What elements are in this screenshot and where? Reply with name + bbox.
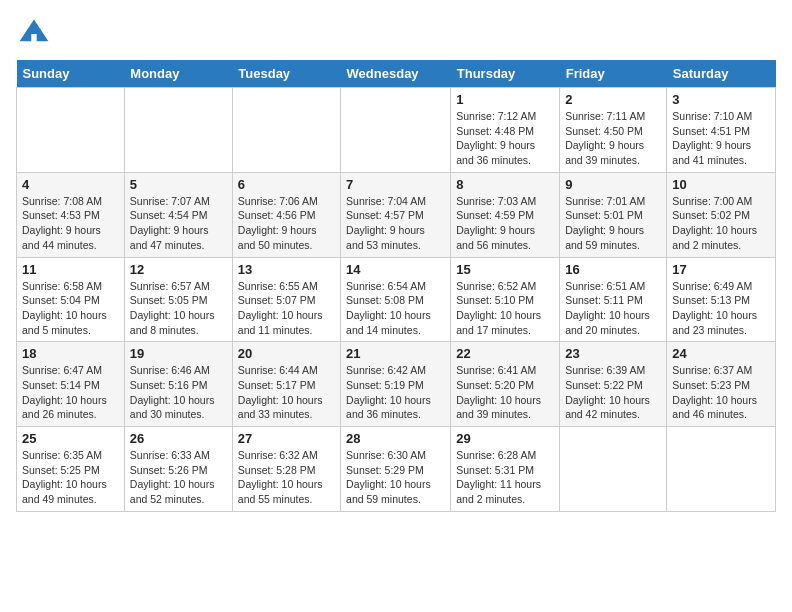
day-number: 8	[456, 177, 554, 192]
day-number: 4	[22, 177, 119, 192]
day-info: Sunrise: 6:49 AM Sunset: 5:13 PM Dayligh…	[672, 280, 757, 336]
calendar-cell: 25Sunrise: 6:35 AM Sunset: 5:25 PM Dayli…	[17, 427, 125, 512]
day-info: Sunrise: 7:07 AM Sunset: 4:54 PM Dayligh…	[130, 195, 210, 251]
day-info: Sunrise: 6:57 AM Sunset: 5:05 PM Dayligh…	[130, 280, 215, 336]
svg-rect-1	[31, 34, 36, 43]
day-header-friday: Friday	[560, 60, 667, 88]
calendar-cell: 3Sunrise: 7:10 AM Sunset: 4:51 PM Daylig…	[667, 88, 776, 173]
day-header-sunday: Sunday	[17, 60, 125, 88]
day-number: 27	[238, 431, 335, 446]
calendar-cell	[232, 88, 340, 173]
calendar-cell: 14Sunrise: 6:54 AM Sunset: 5:08 PM Dayli…	[341, 257, 451, 342]
day-info: Sunrise: 6:46 AM Sunset: 5:16 PM Dayligh…	[130, 364, 215, 420]
day-number: 5	[130, 177, 227, 192]
calendar-cell: 27Sunrise: 6:32 AM Sunset: 5:28 PM Dayli…	[232, 427, 340, 512]
day-info: Sunrise: 6:47 AM Sunset: 5:14 PM Dayligh…	[22, 364, 107, 420]
day-number: 10	[672, 177, 770, 192]
day-info: Sunrise: 6:52 AM Sunset: 5:10 PM Dayligh…	[456, 280, 541, 336]
calendar-header-row: SundayMondayTuesdayWednesdayThursdayFrid…	[17, 60, 776, 88]
day-header-saturday: Saturday	[667, 60, 776, 88]
calendar-cell: 13Sunrise: 6:55 AM Sunset: 5:07 PM Dayli…	[232, 257, 340, 342]
day-info: Sunrise: 7:12 AM Sunset: 4:48 PM Dayligh…	[456, 110, 536, 166]
day-info: Sunrise: 7:03 AM Sunset: 4:59 PM Dayligh…	[456, 195, 536, 251]
day-number: 18	[22, 346, 119, 361]
day-number: 11	[22, 262, 119, 277]
calendar-cell: 28Sunrise: 6:30 AM Sunset: 5:29 PM Dayli…	[341, 427, 451, 512]
day-number: 21	[346, 346, 445, 361]
calendar-cell: 12Sunrise: 6:57 AM Sunset: 5:05 PM Dayli…	[124, 257, 232, 342]
day-info: Sunrise: 6:41 AM Sunset: 5:20 PM Dayligh…	[456, 364, 541, 420]
calendar-cell: 7Sunrise: 7:04 AM Sunset: 4:57 PM Daylig…	[341, 172, 451, 257]
calendar-week-2: 4Sunrise: 7:08 AM Sunset: 4:53 PM Daylig…	[17, 172, 776, 257]
day-number: 15	[456, 262, 554, 277]
page-header	[16, 16, 776, 52]
calendar-cell: 16Sunrise: 6:51 AM Sunset: 5:11 PM Dayli…	[560, 257, 667, 342]
calendar-cell: 5Sunrise: 7:07 AM Sunset: 4:54 PM Daylig…	[124, 172, 232, 257]
day-number: 17	[672, 262, 770, 277]
day-info: Sunrise: 7:00 AM Sunset: 5:02 PM Dayligh…	[672, 195, 757, 251]
day-number: 26	[130, 431, 227, 446]
day-info: Sunrise: 7:04 AM Sunset: 4:57 PM Dayligh…	[346, 195, 426, 251]
logo-icon	[16, 16, 52, 52]
day-number: 13	[238, 262, 335, 277]
day-header-wednesday: Wednesday	[341, 60, 451, 88]
calendar-cell: 11Sunrise: 6:58 AM Sunset: 5:04 PM Dayli…	[17, 257, 125, 342]
calendar-cell: 1Sunrise: 7:12 AM Sunset: 4:48 PM Daylig…	[451, 88, 560, 173]
day-number: 25	[22, 431, 119, 446]
day-number: 1	[456, 92, 554, 107]
day-number: 6	[238, 177, 335, 192]
day-info: Sunrise: 7:10 AM Sunset: 4:51 PM Dayligh…	[672, 110, 752, 166]
calendar-cell: 17Sunrise: 6:49 AM Sunset: 5:13 PM Dayli…	[667, 257, 776, 342]
day-header-thursday: Thursday	[451, 60, 560, 88]
day-number: 16	[565, 262, 661, 277]
day-info: Sunrise: 6:39 AM Sunset: 5:22 PM Dayligh…	[565, 364, 650, 420]
calendar-cell: 23Sunrise: 6:39 AM Sunset: 5:22 PM Dayli…	[560, 342, 667, 427]
day-number: 7	[346, 177, 445, 192]
calendar-cell: 24Sunrise: 6:37 AM Sunset: 5:23 PM Dayli…	[667, 342, 776, 427]
day-info: Sunrise: 6:54 AM Sunset: 5:08 PM Dayligh…	[346, 280, 431, 336]
day-number: 28	[346, 431, 445, 446]
calendar-table: SundayMondayTuesdayWednesdayThursdayFrid…	[16, 60, 776, 512]
day-number: 14	[346, 262, 445, 277]
day-number: 24	[672, 346, 770, 361]
day-info: Sunrise: 6:51 AM Sunset: 5:11 PM Dayligh…	[565, 280, 650, 336]
day-number: 3	[672, 92, 770, 107]
calendar-cell	[17, 88, 125, 173]
day-info: Sunrise: 6:28 AM Sunset: 5:31 PM Dayligh…	[456, 449, 541, 505]
logo	[16, 16, 56, 52]
calendar-cell: 8Sunrise: 7:03 AM Sunset: 4:59 PM Daylig…	[451, 172, 560, 257]
day-info: Sunrise: 6:33 AM Sunset: 5:26 PM Dayligh…	[130, 449, 215, 505]
day-info: Sunrise: 6:58 AM Sunset: 5:04 PM Dayligh…	[22, 280, 107, 336]
day-number: 29	[456, 431, 554, 446]
calendar-cell	[124, 88, 232, 173]
day-info: Sunrise: 6:37 AM Sunset: 5:23 PM Dayligh…	[672, 364, 757, 420]
day-header-tuesday: Tuesday	[232, 60, 340, 88]
day-info: Sunrise: 6:42 AM Sunset: 5:19 PM Dayligh…	[346, 364, 431, 420]
day-info: Sunrise: 6:30 AM Sunset: 5:29 PM Dayligh…	[346, 449, 431, 505]
day-info: Sunrise: 7:11 AM Sunset: 4:50 PM Dayligh…	[565, 110, 645, 166]
calendar-week-3: 11Sunrise: 6:58 AM Sunset: 5:04 PM Dayli…	[17, 257, 776, 342]
calendar-cell: 9Sunrise: 7:01 AM Sunset: 5:01 PM Daylig…	[560, 172, 667, 257]
calendar-week-5: 25Sunrise: 6:35 AM Sunset: 5:25 PM Dayli…	[17, 427, 776, 512]
calendar-cell: 18Sunrise: 6:47 AM Sunset: 5:14 PM Dayli…	[17, 342, 125, 427]
calendar-cell: 2Sunrise: 7:11 AM Sunset: 4:50 PM Daylig…	[560, 88, 667, 173]
day-info: Sunrise: 7:06 AM Sunset: 4:56 PM Dayligh…	[238, 195, 318, 251]
day-header-monday: Monday	[124, 60, 232, 88]
day-number: 19	[130, 346, 227, 361]
calendar-week-1: 1Sunrise: 7:12 AM Sunset: 4:48 PM Daylig…	[17, 88, 776, 173]
day-info: Sunrise: 6:32 AM Sunset: 5:28 PM Dayligh…	[238, 449, 323, 505]
day-info: Sunrise: 6:55 AM Sunset: 5:07 PM Dayligh…	[238, 280, 323, 336]
calendar-cell	[667, 427, 776, 512]
calendar-cell: 26Sunrise: 6:33 AM Sunset: 5:26 PM Dayli…	[124, 427, 232, 512]
day-number: 22	[456, 346, 554, 361]
calendar-cell	[341, 88, 451, 173]
calendar-week-4: 18Sunrise: 6:47 AM Sunset: 5:14 PM Dayli…	[17, 342, 776, 427]
day-info: Sunrise: 6:44 AM Sunset: 5:17 PM Dayligh…	[238, 364, 323, 420]
day-number: 12	[130, 262, 227, 277]
calendar-cell: 4Sunrise: 7:08 AM Sunset: 4:53 PM Daylig…	[17, 172, 125, 257]
calendar-cell: 21Sunrise: 6:42 AM Sunset: 5:19 PM Dayli…	[341, 342, 451, 427]
day-info: Sunrise: 6:35 AM Sunset: 5:25 PM Dayligh…	[22, 449, 107, 505]
calendar-cell: 6Sunrise: 7:06 AM Sunset: 4:56 PM Daylig…	[232, 172, 340, 257]
calendar-cell: 29Sunrise: 6:28 AM Sunset: 5:31 PM Dayli…	[451, 427, 560, 512]
day-number: 20	[238, 346, 335, 361]
